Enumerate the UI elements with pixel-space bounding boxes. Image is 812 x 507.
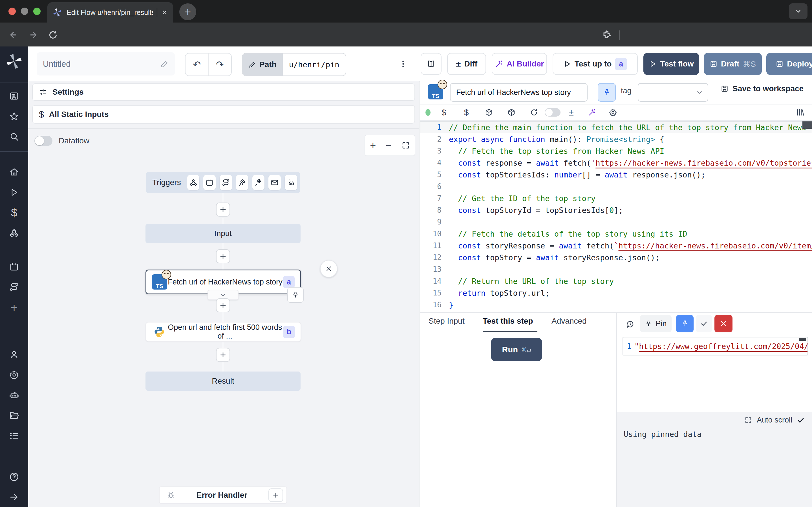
schedule-trigger-icon[interactable] bbox=[203, 175, 216, 190]
save-to-workspace-button[interactable]: Save to workspace bbox=[721, 84, 804, 93]
error-handler-node[interactable]: Error Handler bbox=[159, 487, 287, 504]
poll-watch-trigger-icon[interactable] bbox=[285, 175, 297, 190]
variables-dollar-icon[interactable]: $ bbox=[0, 205, 28, 221]
search-icon[interactable] bbox=[0, 129, 28, 145]
diff-button[interactable]: ± Diff bbox=[447, 53, 486, 75]
reload-icon[interactable] bbox=[47, 29, 59, 41]
add-step-button[interactable] bbox=[216, 203, 230, 217]
tab-close-icon[interactable] bbox=[161, 9, 168, 16]
bun-runtime-icon bbox=[161, 270, 171, 279]
add-step-button[interactable] bbox=[216, 298, 230, 313]
redo-button[interactable]: ↷ bbox=[209, 54, 231, 75]
typescript-bun-icon: TS bbox=[428, 84, 443, 100]
flow-name-field[interactable]: Untitled bbox=[37, 52, 175, 75]
windmill-logo[interactable] bbox=[0, 54, 28, 69]
plus-minus-icon[interactable]: ± bbox=[563, 105, 579, 120]
auto-scroll-control[interactable]: Auto scroll bbox=[744, 416, 805, 425]
fullscreen-button[interactable] bbox=[402, 141, 410, 150]
email-trigger-icon[interactable] bbox=[268, 175, 281, 190]
rail-divider bbox=[0, 82, 28, 83]
variables-dollar-icon[interactable]: $ bbox=[436, 105, 452, 120]
runs-play-icon[interactable] bbox=[0, 184, 28, 200]
close-window-button[interactable] bbox=[8, 8, 16, 15]
accept-check-button[interactable] bbox=[696, 315, 712, 332]
add-error-handler-button[interactable] bbox=[268, 489, 283, 502]
folders-icon[interactable] bbox=[0, 407, 28, 424]
add-plus-icon[interactable]: + bbox=[0, 300, 28, 316]
step-node-b[interactable]: Open url and fetch first 500 words of ..… bbox=[146, 322, 301, 342]
settings-gear-icon[interactable] bbox=[0, 367, 28, 383]
step-title-input[interactable]: Fetch url of HackerNews top story bbox=[450, 83, 588, 102]
users-icon[interactable] bbox=[0, 347, 28, 362]
back-icon[interactable] bbox=[7, 29, 20, 41]
docs-book-button[interactable] bbox=[421, 53, 442, 75]
path-button-group[interactable]: Path u/henri/pin bbox=[242, 53, 346, 76]
diff-mode-toggle[interactable] bbox=[545, 108, 560, 117]
delete-step-button[interactable] bbox=[320, 260, 338, 277]
resources-dollar-icon[interactable]: $ bbox=[458, 105, 474, 120]
undo-button[interactable]: ↶ bbox=[186, 54, 209, 75]
zoom-out-button[interactable]: − bbox=[386, 139, 392, 151]
draft-button[interactable]: Draft ⌘S bbox=[704, 53, 762, 75]
pin-button[interactable]: Pin bbox=[640, 315, 672, 332]
help-icon[interactable] bbox=[0, 469, 28, 485]
tab-search-chevron-button[interactable] bbox=[789, 3, 808, 19]
dollar-icon: $ bbox=[39, 109, 44, 120]
editor-settings-gear-icon[interactable] bbox=[605, 105, 621, 120]
new-tab-button[interactable]: + bbox=[179, 3, 196, 20]
result-node[interactable]: Result bbox=[146, 372, 301, 391]
zoom-in-button[interactable]: + bbox=[370, 139, 376, 151]
test-flow-button[interactable]: Test flow bbox=[644, 53, 699, 75]
add-step-button[interactable] bbox=[216, 348, 230, 362]
deploy-button[interactable]: Deploy bbox=[766, 53, 812, 75]
favorites-star-icon[interactable] bbox=[0, 108, 28, 124]
triggers-node[interactable]: Triggers bbox=[146, 172, 300, 193]
kafka-plug-zap-trigger-icon[interactable] bbox=[252, 175, 265, 190]
ai-wand-icon[interactable] bbox=[584, 105, 600, 120]
clear-pin-button[interactable] bbox=[714, 315, 732, 332]
expand-sidebar-arrow-icon[interactable] bbox=[0, 489, 28, 505]
tab-test-this-step[interactable]: Test this step bbox=[483, 317, 533, 326]
input-node[interactable]: Input bbox=[146, 224, 301, 243]
dataflow-toggle[interactable] bbox=[35, 136, 52, 146]
edit-pencil-icon[interactable] bbox=[160, 60, 168, 68]
workers-robot-icon[interactable] bbox=[0, 387, 28, 403]
pinned-data-editor[interactable]: 1"https://www.geoffreylitt.com/2025/04/1… bbox=[622, 337, 808, 355]
minimize-window-button[interactable] bbox=[21, 8, 28, 15]
route-trigger-icon[interactable] bbox=[220, 175, 232, 190]
tab-step-input[interactable]: Step Input bbox=[428, 317, 465, 326]
ai-builder-button[interactable]: AI Builder bbox=[492, 53, 547, 75]
apps-icon[interactable] bbox=[0, 88, 28, 104]
add-step-button[interactable] bbox=[216, 249, 230, 263]
webhook-trigger-icon[interactable] bbox=[187, 175, 200, 190]
settings-card[interactable]: Settings bbox=[32, 83, 415, 101]
package-icon[interactable] bbox=[481, 105, 497, 120]
tab-advanced[interactable]: Advanced bbox=[552, 317, 587, 326]
pinned-active-button[interactable] bbox=[676, 315, 694, 332]
path-edit-button[interactable]: Path bbox=[243, 54, 283, 75]
run-button[interactable]: Run ⌘↵ bbox=[491, 338, 542, 361]
more-options-kebab-icon[interactable] bbox=[395, 55, 412, 73]
schedules-calendar-icon[interactable] bbox=[0, 259, 28, 275]
node-pin-button[interactable] bbox=[287, 287, 304, 303]
resources-cubes-icon[interactable] bbox=[0, 226, 28, 241]
code-editor[interactable]: 1// Define the main function to fetch th… bbox=[420, 121, 812, 312]
library-icon[interactable] bbox=[792, 105, 808, 120]
websocket-plug-trigger-icon[interactable] bbox=[236, 175, 248, 190]
forward-icon[interactable] bbox=[27, 29, 40, 41]
browser-tab[interactable]: Edit Flow u/henri/pin_results bbox=[47, 2, 173, 22]
all-static-inputs-card[interactable]: $ All Static Inputs bbox=[32, 105, 415, 124]
routes-icon[interactable] bbox=[0, 279, 28, 295]
tag-select[interactable] bbox=[638, 83, 708, 102]
pin-icon bbox=[645, 320, 652, 327]
reload-icon[interactable] bbox=[526, 105, 542, 120]
home-icon[interactable] bbox=[0, 164, 28, 180]
logs-list-icon[interactable] bbox=[0, 428, 28, 444]
package-icon[interactable] bbox=[504, 105, 519, 120]
pin-toggle-button[interactable] bbox=[598, 83, 616, 102]
test-up-to-button[interactable]: Test up to a bbox=[553, 53, 638, 75]
history-icon[interactable] bbox=[624, 318, 637, 331]
maximize-window-button[interactable] bbox=[33, 8, 41, 15]
extensions-icon[interactable] bbox=[601, 29, 613, 41]
tag-label: tag bbox=[621, 87, 631, 95]
